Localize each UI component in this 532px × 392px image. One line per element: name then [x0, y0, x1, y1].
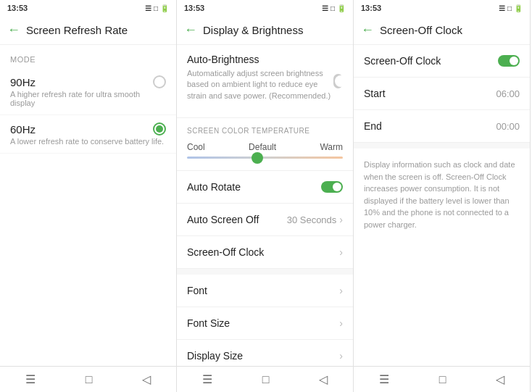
auto-brightness-section: Auto-Brightness Automatically adjust scr…: [177, 45, 353, 118]
auto-screen-off-text: 30 Seconds: [287, 214, 337, 225]
battery-icon-3: 🔋: [514, 4, 523, 12]
toggle-knob-rotate: [333, 183, 341, 191]
back-button-3[interactable]: ←: [361, 22, 374, 38]
screen-off-clock-toggle[interactable]: [498, 55, 520, 67]
nav-title-1: Screen Refresh Rate: [26, 24, 128, 36]
auto-brightness-toggle[interactable]: [333, 74, 343, 88]
default-label: Default: [249, 142, 276, 152]
status-bar-2: 13:53 ☰ □ 🔋: [177, 0, 353, 16]
font-size-item[interactable]: Font Size ›: [177, 307, 353, 340]
warm-label: Warm: [320, 142, 343, 152]
mode-desc-60: A lower refresh rate to conserve battery…: [10, 137, 166, 146]
end-time-item[interactable]: End 00:00: [354, 110, 530, 143]
auto-brightness-row: Auto-Brightness Automatically adjust scr…: [187, 54, 343, 109]
home-icon-1[interactable]: □: [86, 373, 93, 386]
bottom-nav-1: ☰ □ ◁: [0, 366, 176, 392]
radio-inner-60hz: [156, 125, 163, 133]
start-label: Start: [364, 88, 386, 99]
wifi-icon-3: □: [507, 4, 512, 12]
mode-desc-90: A higher refresh rate for ultra smooth d…: [10, 90, 166, 107]
bottom-nav-2: ☰ □ ◁: [177, 366, 353, 392]
auto-brightness-title: Auto-Brightness: [187, 54, 333, 65]
top-nav-1: ← Screen Refresh Rate: [0, 16, 176, 45]
menu-icon-3[interactable]: ☰: [379, 372, 389, 386]
wifi-icon-1: □: [154, 4, 158, 12]
mode-hz-90: 90Hz: [10, 76, 36, 88]
chevron-screen-off: ›: [339, 214, 343, 225]
time-3: 13:53: [361, 4, 381, 12]
back-button-2[interactable]: ←: [184, 22, 197, 38]
bottom-nav-3: ☰ □ ◁: [354, 366, 530, 392]
end-value: 00:00: [496, 121, 520, 132]
divider-3: [354, 143, 530, 149]
screen-off-clock-label: Screen-Off Clock: [187, 246, 264, 258]
radio-90hz[interactable]: [153, 75, 166, 88]
auto-brightness-desc: Automatically adjust screen brightness b…: [187, 68, 333, 101]
wifi-icon-2: □: [331, 4, 335, 12]
end-label: End: [364, 120, 382, 132]
battery-icon-1: 🔋: [160, 4, 169, 12]
menu-icon-2[interactable]: ☰: [202, 372, 212, 386]
screen-off-clock-toggle-item[interactable]: Screen-Off Clock: [354, 45, 530, 78]
toggle-knob-screen-off: [510, 57, 518, 65]
auto-rotate-toggle[interactable]: [321, 181, 343, 193]
radio-60hz[interactable]: [153, 122, 166, 135]
screen-off-clock-toggle-label: Screen-Off Clock: [364, 55, 441, 67]
slider-labels: Cool Default Warm: [187, 142, 343, 152]
content-1: MODE 90Hz A higher refresh rate for ultr…: [0, 45, 176, 366]
back-icon-1[interactable]: ◁: [142, 372, 151, 386]
screen-off-clock-item[interactable]: Screen-Off Clock ›: [177, 236, 353, 269]
nav-title-3: Screen-Off Clock: [380, 24, 462, 36]
nav-title-2: Display & Brightness: [203, 24, 303, 36]
top-nav-3: ← Screen-Off Clock: [354, 16, 530, 45]
screen-off-info: Display information such as clock and da…: [354, 149, 530, 241]
status-icons-1: ☰ □ 🔋: [145, 4, 169, 12]
section-label-mode: MODE: [0, 45, 176, 68]
back-icon-3[interactable]: ◁: [496, 372, 504, 386]
display-size-item[interactable]: Display Size ›: [177, 340, 353, 366]
start-time-item[interactable]: Start 06:00: [354, 78, 530, 110]
back-button-1[interactable]: ←: [7, 22, 20, 38]
signal-icon-3: ☰: [499, 4, 505, 12]
chevron-font-size: ›: [339, 317, 343, 329]
status-bar-3: 13:53 ☰ □ 🔋: [354, 0, 530, 16]
chevron-screen-off-clock: ›: [339, 246, 343, 258]
cool-label: Cool: [187, 142, 205, 152]
content-3: Screen-Off Clock Start 06:00 End 00:00 D…: [354, 45, 530, 366]
color-temp-slider[interactable]: [187, 157, 343, 159]
display-size-label: Display Size: [187, 350, 243, 362]
panel-display-brightness: 13:53 ☰ □ 🔋 ← Display & Brightness Auto-…: [177, 0, 354, 392]
font-size-label: Font Size: [187, 317, 230, 329]
chevron-display-size: ›: [339, 350, 343, 362]
time-1: 13:53: [7, 4, 28, 12]
auto-screen-off-label: Auto Screen Off: [187, 214, 259, 225]
slider-thumb: [252, 152, 263, 164]
status-icons-3: ☰ □ 🔋: [499, 4, 523, 12]
content-2: Auto-Brightness Automatically adjust scr…: [177, 45, 353, 366]
mode-hz-60: 60Hz: [10, 123, 36, 135]
menu-icon-1[interactable]: ☰: [25, 372, 36, 386]
home-icon-3[interactable]: □: [439, 373, 446, 386]
color-temp-section: SCREEN COLOR TEMPERATURE Cool Default Wa…: [177, 118, 353, 171]
home-icon-2[interactable]: □: [262, 373, 270, 386]
font-label: Font: [187, 285, 207, 296]
auto-rotate-label: Auto Rotate: [187, 181, 241, 193]
mode-item-60hz[interactable]: 60Hz A lower refresh rate to conserve ba…: [0, 115, 176, 154]
status-bar-1: 13:53 ☰ □ 🔋: [0, 0, 176, 16]
top-nav-2: ← Display & Brightness: [177, 16, 353, 45]
font-item[interactable]: Font ›: [177, 275, 353, 307]
toggle-knob-brightness: [335, 75, 346, 87]
mode-item-90hz[interactable]: 90Hz A higher refresh rate for ultra smo…: [0, 68, 176, 115]
chevron-font: ›: [339, 285, 343, 296]
panel-screen-off-clock: 13:53 ☰ □ 🔋 ← Screen-Off Clock Screen-Of…: [354, 0, 531, 392]
status-icons-2: ☰ □ 🔋: [322, 4, 346, 12]
auto-screen-off-item[interactable]: Auto Screen Off 30 Seconds ›: [177, 204, 353, 236]
signal-icon-1: ☰: [145, 4, 151, 12]
auto-rotate-item[interactable]: Auto Rotate: [177, 171, 353, 204]
battery-icon-2: 🔋: [337, 4, 346, 12]
signal-icon-2: ☰: [322, 4, 328, 12]
divider-1: [177, 269, 353, 275]
time-2: 13:53: [184, 4, 204, 12]
panel-screen-refresh-rate: 13:53 ☰ □ 🔋 ← Screen Refresh Rate MODE 9…: [0, 0, 177, 392]
back-icon-2[interactable]: ◁: [319, 372, 328, 386]
